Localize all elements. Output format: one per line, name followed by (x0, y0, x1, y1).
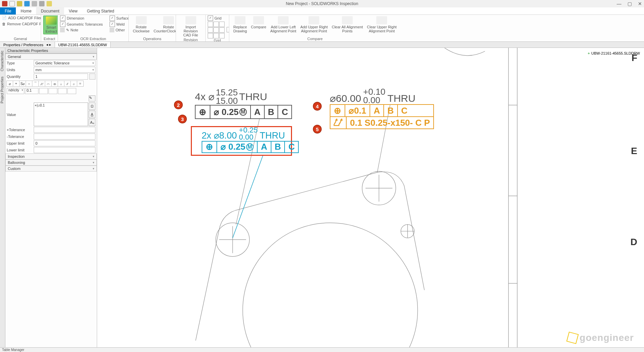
zone-f: F (632, 53, 637, 63)
field-mtol[interactable] (34, 134, 95, 140)
qat-icon[interactable] (9, 1, 15, 6)
format-aa-button[interactable]: Aₐ (89, 119, 95, 126)
tol-value-field[interactable]: 0.1 (25, 88, 38, 94)
doctab-properties[interactable]: Properties / Preferences◂ ▸ (0, 42, 55, 48)
rotate-cw-button[interactable]: RotateClockwise (131, 16, 152, 34)
gdt-symbol[interactable]: ⌕ (70, 81, 77, 87)
annot2-prefix: 2x ⌀8.00 (202, 130, 237, 141)
fcf2-datum-a: A (258, 142, 271, 152)
gdt-symbol[interactable]: ⟂ (58, 81, 64, 87)
other-button[interactable]: Other (110, 28, 129, 32)
gdt-symbol[interactable]: ⌭ (38, 81, 45, 87)
fcf3-datum-c: C (398, 105, 411, 116)
doctab-drawing[interactable]: UBW-21161-45655.SLDDRW (55, 42, 111, 48)
tab-file[interactable]: File (0, 7, 16, 14)
field-upper[interactable]: 0 (34, 140, 95, 146)
fcf-2[interactable]: ⊕ ⌀ 0.25M A B C (202, 141, 299, 153)
svg-point-9 (362, 171, 396, 205)
drawing-canvas[interactable]: UBW-21161-45655.SLDDRW F E D 4x ⌀ 15.25 … (97, 48, 644, 347)
quantity-icon-button[interactable] (89, 74, 95, 80)
condition-select[interactable]: ndricity (7, 88, 24, 94)
smart-extract-button[interactable]: SmartExtract (43, 16, 58, 34)
font-a-button[interactable]: A (89, 111, 95, 118)
vtab-project-properties[interactable]: Project Properties (0, 74, 4, 106)
rotate-ccw-button[interactable]: RotateCounterClockwise (152, 16, 176, 34)
add-upper-right-button[interactable]: Add Upper RightAlignment Point (298, 16, 330, 34)
annot1-upper: 15.25 (216, 88, 238, 97)
annotation-60-thru[interactable]: ⌀60.00 +0.10 0.00 THRU ⊕ ⌀0.1 A B C ⌰ 0.… (330, 88, 434, 129)
fcf2-datum-c: C (285, 142, 298, 152)
omega-button[interactable]: Ω (89, 102, 95, 110)
clear-upper-right-button[interactable]: Clear Upper RightAlignment Point (365, 16, 399, 34)
maximize-button[interactable]: ▢ (627, 1, 632, 6)
add-cad-pdf-button[interactable]: 📄 ADD CAD/PDF File(s) (2, 16, 41, 20)
gdt-symbol[interactable]: ○ (26, 81, 32, 87)
fcf-3b[interactable]: ⌰ 0.1 S0.25-x150- C P (330, 116, 434, 129)
qat-icon[interactable] (2, 1, 7, 6)
annotation-2x-thru-selected[interactable]: 2x ⌀8.00 +0.25 0.00 THRU ⊕ ⌀ 0.25M A B C (202, 127, 299, 153)
grid-toggle[interactable]: Grid (208, 16, 222, 21)
field-quantity[interactable]: 1 (34, 74, 88, 80)
balloon-4[interactable]: 4 (313, 102, 322, 111)
tab-getting-started[interactable]: Getting Started (82, 7, 119, 14)
section-ballooning[interactable]: Ballooning (5, 159, 97, 166)
runout-icon: ⌰ (330, 117, 347, 128)
edit-icon-button[interactable]: ✎ (89, 95, 95, 101)
qat-icon[interactable] (24, 1, 30, 6)
gdt-symbol[interactable]: ⌓ (45, 81, 52, 87)
tol-box[interactable] (49, 88, 57, 94)
field-lower[interactable] (34, 147, 95, 153)
gdt-symbol[interactable]: ⌖ (13, 81, 20, 87)
remove-cad-pdf-button[interactable]: 🗑 Remove CAD/PDF File (2, 22, 41, 26)
minimize-button[interactable]: — (617, 1, 621, 6)
qat-icon[interactable] (47, 1, 52, 6)
field-units[interactable]: mm (34, 67, 95, 73)
gdt-symbol[interactable]: ⌗ (77, 81, 84, 87)
geom-tol-button[interactable]: Geometric Tolerances (60, 22, 103, 27)
balloon-3[interactable]: 3 (178, 115, 187, 123)
close-button[interactable]: ✕ (638, 1, 642, 6)
tol-box[interactable] (67, 88, 76, 94)
import-revision-button[interactable]: Import RevisionCAD File (178, 16, 203, 38)
fcf-1[interactable]: ⊕ ⌀ 0.25M A B C (195, 105, 292, 119)
fcf-3a[interactable]: ⊕ ⌀0.1 A B C (330, 104, 434, 117)
title-bar: New Project - SOLIDWORKS Inspection — ▢ … (0, 0, 644, 7)
add-lower-left-button[interactable]: Add Lower LeftAlignment Point (268, 16, 298, 34)
vtab-characteristic[interactable]: Characteristic (0, 48, 4, 74)
tab-view[interactable]: View (64, 7, 82, 14)
clear-all-button[interactable]: Clear All AlignmentPoints (330, 16, 365, 34)
tab-home[interactable]: Home (16, 7, 36, 14)
field-type[interactable]: Geometric Tolerance (34, 60, 95, 66)
note-button[interactable]: ✎ Note (60, 28, 103, 32)
gdt-symbol[interactable]: ⌀ (6, 81, 13, 87)
qat-icon[interactable] (32, 1, 37, 6)
compare-button[interactable]: Compare (249, 16, 268, 30)
value-textarea[interactable]: ⌖|⌀0.1 (34, 102, 88, 126)
left-tab-strip: Characteristic Project Properties (0, 48, 5, 347)
qat-icon[interactable] (17, 1, 22, 6)
grid-dropdown[interactable] (227, 27, 229, 32)
gdt-symbol[interactable]: ⫽ (64, 81, 71, 87)
gdt-symbol[interactable]: ⌯ (51, 81, 58, 87)
tol-box[interactable] (58, 88, 67, 94)
balloon-5[interactable]: 5 (313, 125, 322, 134)
weld-button[interactable]: Weld (110, 22, 129, 27)
balloon-2[interactable]: 2 (174, 100, 183, 109)
tol-box[interactable] (39, 88, 48, 94)
gdt-symbol[interactable]: ⌒ (32, 81, 39, 87)
section-general[interactable]: General (5, 54, 97, 60)
gdt-symbol[interactable]: S⌀ (19, 81, 26, 87)
field-ptol[interactable] (34, 127, 95, 133)
label-ptol: +Tolerance (7, 128, 32, 132)
dimension-button[interactable]: Dimension (60, 16, 103, 21)
grid-cells-icon[interactable] (208, 22, 225, 38)
replace-drawing-button[interactable]: ReplaceDrawing (231, 16, 249, 34)
quick-access-toolbar (0, 1, 52, 6)
section-inspection[interactable]: Inspection (5, 153, 97, 159)
annotation-4x-thru[interactable]: 4x ⌀ 15.25 15.00 THRU ⊕ ⌀ 0.25M A B C (195, 88, 292, 119)
tab-document[interactable]: Document (36, 7, 64, 14)
qat-icon[interactable] (39, 1, 45, 6)
surface-finish-button[interactable]: Surface Finish (110, 16, 129, 21)
section-custom[interactable]: Custom (5, 166, 97, 172)
annot3-suffix: THRU (387, 93, 415, 104)
